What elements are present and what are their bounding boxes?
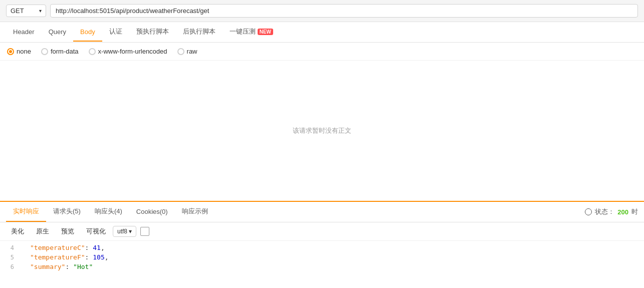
url-input[interactable] <box>50 4 638 18</box>
tab-cookies[interactable]: Cookies(0) <box>129 203 175 221</box>
radio-form-data-circle <box>41 48 48 55</box>
response-toolbar: 美化 原生 预览 可视化 utf8 ▾ <box>0 222 644 241</box>
radio-raw-circle <box>177 48 184 55</box>
code-area: 4 "temperatureC": 41, 5 "temperatureF": … <box>0 241 644 273</box>
line-content-6: "summary": "Hot" <box>30 263 93 270</box>
body-empty-text: 该请求暂时没有正文 <box>293 126 351 135</box>
radio-form-data[interactable]: form-data <box>41 48 79 55</box>
response-tabs-row: 实时响应 请求头(5) 响应头(4) Cookies(0) 响应示例 状态： 2… <box>0 202 644 222</box>
copy-icon[interactable] <box>140 227 149 236</box>
radio-urlencoded[interactable]: x-www-form-urlencoded <box>89 48 167 55</box>
status-code: 200 <box>617 208 628 216</box>
status-area: 状态： 200 时 <box>585 207 638 216</box>
radio-none-circle <box>7 48 14 55</box>
tab-response-headers[interactable]: 响应头(4) <box>88 202 129 222</box>
visualize-button[interactable]: 可视化 <box>81 225 111 237</box>
line-number-5: 5 <box>0 254 20 261</box>
status-unit: 时 <box>631 207 638 216</box>
body-options: none form-data x-www-form-urlencoded raw <box>0 43 644 61</box>
line-content-5: "temperatureF": 105, <box>30 253 109 261</box>
method-select[interactable]: GET ▾ <box>6 5 46 17</box>
tab-header[interactable]: Header <box>6 23 42 42</box>
raw-button[interactable]: 原生 <box>31 225 54 237</box>
tab-realtime[interactable]: 实时响应 <box>6 202 46 222</box>
tab-stress[interactable]: 一键压测 NEW <box>223 22 280 42</box>
radio-raw[interactable]: raw <box>177 48 197 55</box>
globe-icon <box>585 208 592 215</box>
status-label: 状态： <box>595 207 614 216</box>
tab-post-script[interactable]: 后执行脚本 <box>176 22 223 42</box>
beautify-button[interactable]: 美化 <box>6 225 29 237</box>
line-content-4: "temperatureC": 41, <box>30 244 105 251</box>
bottom-panel: 实时响应 请求头(5) 响应头(4) Cookies(0) 响应示例 状态： 2… <box>0 201 644 273</box>
tab-example[interactable]: 响应示例 <box>175 202 215 222</box>
url-bar: GET ▾ <box>0 0 644 22</box>
new-badge: NEW <box>258 29 273 35</box>
body-content: 该请求暂时没有正文 <box>0 61 644 201</box>
radio-urlencoded-circle <box>89 48 96 55</box>
preview-button[interactable]: 预览 <box>56 225 79 237</box>
tab-body[interactable]: Body <box>73 23 102 42</box>
encoding-select[interactable]: utf8 ▾ <box>113 226 136 237</box>
tab-auth[interactable]: 认证 <box>102 22 129 42</box>
code-line-4: 4 "temperatureC": 41, <box>0 243 644 252</box>
line-number-6: 6 <box>0 263 20 270</box>
method-label: GET <box>11 7 24 15</box>
encoding-chevron-icon: ▾ <box>129 228 132 235</box>
tab-query[interactable]: Query <box>42 23 73 42</box>
tabs-row: Header Query Body 认证 预执行脚本 后执行脚本 一键压测 NE… <box>0 22 644 43</box>
method-chevron-icon: ▾ <box>39 8 42 14</box>
tab-pre-script[interactable]: 预执行脚本 <box>129 22 176 42</box>
code-line-6: 6 "summary": "Hot" <box>0 262 644 271</box>
line-number-4: 4 <box>0 244 20 251</box>
tab-request-headers[interactable]: 请求头(5) <box>46 202 88 222</box>
radio-none[interactable]: none <box>7 48 31 55</box>
code-line-5: 5 "temperatureF": 105, <box>0 252 644 262</box>
encoding-label: utf8 <box>117 228 127 235</box>
